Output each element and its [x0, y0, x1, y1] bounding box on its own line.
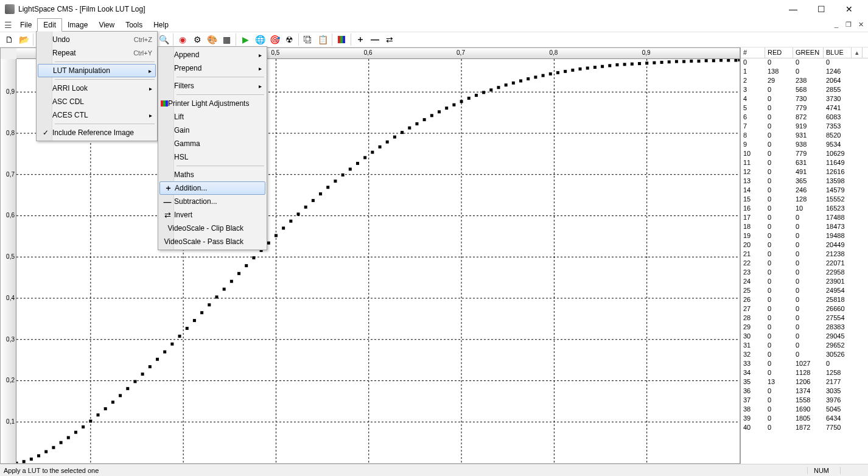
table-row[interactable]: 10077910629: [741, 150, 868, 159]
search-icon[interactable]: 🔍: [157, 33, 170, 46]
col-red[interactable]: RED: [765, 47, 793, 58]
table-row[interactable]: 407303730: [741, 95, 868, 104]
table-row[interactable]: 15012815552: [741, 195, 868, 205]
table-row[interactable]: 39018056434: [741, 415, 868, 424]
settings-icon[interactable]: ⚙: [191, 33, 204, 46]
table-row[interactable]: 200020449: [741, 241, 868, 250]
palette-icon[interactable]: ▦: [220, 33, 233, 46]
table-row[interactable]: 280027554: [741, 314, 868, 323]
plus-icon[interactable]: ＋: [354, 33, 367, 46]
invert-icon[interactable]: ⇄: [383, 33, 396, 46]
open-icon[interactable]: 📂: [17, 33, 30, 46]
color-icon[interactable]: 🎨: [205, 33, 219, 46]
mdi-system-icon[interactable]: ☰: [1, 18, 15, 32]
play-icon[interactable]: ▶: [239, 33, 252, 46]
lut-filters[interactable]: Filters▸: [159, 79, 265, 93]
mdi-restore-button[interactable]: ❐: [842, 18, 855, 30]
menu-tools[interactable]: Tools: [120, 18, 148, 32]
col-blue[interactable]: BLUE: [824, 47, 852, 58]
table-row[interactable]: 290028383: [741, 323, 868, 332]
table-row[interactable]: 40018727750: [741, 424, 868, 433]
table-row[interactable]: 250024954: [741, 287, 868, 296]
lut-gain[interactable]: Gain: [159, 124, 265, 137]
table-row[interactable]: 809318520: [741, 131, 868, 141]
menu-image[interactable]: Image: [62, 18, 93, 32]
table-row[interactable]: 300029045: [741, 332, 868, 341]
lut-prepend[interactable]: Prepend▸: [159, 61, 265, 75]
edit-aces-ctl[interactable]: ACES CTL▸: [38, 108, 156, 122]
menu-help[interactable]: Help: [148, 18, 174, 32]
table-row[interactable]: 320030526: [741, 351, 868, 360]
table-row[interactable]: 180018473: [741, 223, 868, 232]
lut-invert[interactable]: ⇄Invert: [159, 208, 265, 222]
lut-videoscale-pass[interactable]: VideoScale - Pass Black: [159, 235, 265, 248]
mdi-minimize-button[interactable]: _: [830, 18, 842, 30]
lut-hsl[interactable]: HSL: [159, 150, 265, 164]
table-row[interactable]: 170017488: [741, 214, 868, 223]
edit-asc-cdl[interactable]: ASC CDL: [38, 95, 156, 108]
lut-maths[interactable]: Maths: [159, 168, 265, 181]
new-icon[interactable]: 🗋: [2, 33, 16, 46]
table-row[interactable]: 210021238: [741, 250, 868, 259]
menu-edit[interactable]: Edit: [37, 18, 62, 32]
table-row[interactable]: 230022958: [741, 268, 868, 278]
lut-videoscale-clip[interactable]: VideoScale - Clip Black: [159, 222, 265, 235]
table-row[interactable]: 1601016523: [741, 205, 868, 214]
svg-rect-80: [489, 88, 492, 91]
table-row[interactable]: 709197353: [741, 122, 868, 131]
minimize-button[interactable]: —: [779, 0, 807, 18]
table-row[interactable]: 11063111649: [741, 159, 868, 168]
svg-rect-38: [178, 335, 181, 338]
lut-addition[interactable]: ＋Addition...: [159, 181, 265, 195]
table-row[interactable]: 310029652: [741, 341, 868, 351]
table-row[interactable]: 909389534: [741, 141, 868, 150]
table-row[interactable]: 240023901: [741, 278, 868, 287]
table-row[interactable]: 14024614579: [741, 186, 868, 195]
table-row[interactable]: 0000: [741, 58, 868, 68]
menu-view[interactable]: View: [93, 18, 120, 32]
table-row[interactable]: 113801246: [741, 68, 868, 77]
table-row[interactable]: 37015583976: [741, 396, 868, 405]
table-row[interactable]: 34011281258: [741, 369, 868, 378]
edit-include-reference[interactable]: ✓Include Reference Image: [38, 126, 156, 139]
close-button[interactable]: ✕: [835, 0, 863, 18]
lut-subtraction[interactable]: —Subtraction...: [159, 195, 265, 208]
edit-repeat[interactable]: RepeatCtrl+Y: [38, 46, 156, 60]
table-row[interactable]: 2292382064: [741, 77, 868, 86]
table-row[interactable]: 190019488: [741, 232, 868, 241]
col-index[interactable]: #: [741, 47, 765, 58]
table-body[interactable]: 0000113801246229238206430568285540730373…: [741, 58, 868, 464]
table-row[interactable]: 305682855: [741, 86, 868, 95]
record-icon[interactable]: ◉: [176, 33, 189, 46]
table-row[interactable]: 270026660: [741, 305, 868, 314]
edit-undo[interactable]: UndoCtrl+Z: [38, 33, 156, 46]
lut-printer-light[interactable]: Printer Light Adjustments: [159, 97, 265, 110]
table-row[interactable]: 260025818: [741, 296, 868, 305]
maximize-button[interactable]: ☐: [807, 0, 835, 18]
table-row[interactable]: 12049112616: [741, 168, 868, 177]
paste-icon[interactable]: 📋: [316, 33, 329, 46]
table-row[interactable]: 36013743035: [741, 387, 868, 396]
edit-arri-look[interactable]: ARRI Look▸: [38, 82, 156, 95]
menu-file[interactable]: File: [15, 18, 37, 32]
target-icon[interactable]: 🎯: [268, 33, 281, 46]
globe-icon[interactable]: 🌐: [253, 33, 267, 46]
minus-icon[interactable]: —: [368, 33, 382, 46]
lut-gamma[interactable]: Gamma: [159, 137, 265, 150]
col-green[interactable]: GREEN: [793, 47, 824, 58]
mdi-close-button[interactable]: ✕: [855, 18, 867, 30]
table-row[interactable]: 33010270: [741, 360, 868, 369]
table-row[interactable]: 220022071: [741, 259, 868, 268]
rgb-bars-icon[interactable]: [335, 33, 348, 46]
edit-lut-manipulation[interactable]: LUT Manipulation▸: [38, 64, 156, 77]
table-row[interactable]: 507794741: [741, 104, 868, 113]
lut-lift[interactable]: Lift: [159, 110, 265, 124]
scroll-up-icon[interactable]: ▴: [852, 47, 863, 58]
lut-append[interactable]: Append▸: [159, 48, 265, 61]
nuclear-icon[interactable]: ☢: [282, 33, 296, 46]
table-row[interactable]: 608726083: [741, 113, 868, 122]
table-row[interactable]: 13036513598: [741, 177, 868, 186]
copy-icon[interactable]: ⿻: [301, 33, 315, 46]
table-row[interactable]: 38016905045: [741, 405, 868, 415]
table-row[interactable]: 351312062177: [741, 378, 868, 387]
